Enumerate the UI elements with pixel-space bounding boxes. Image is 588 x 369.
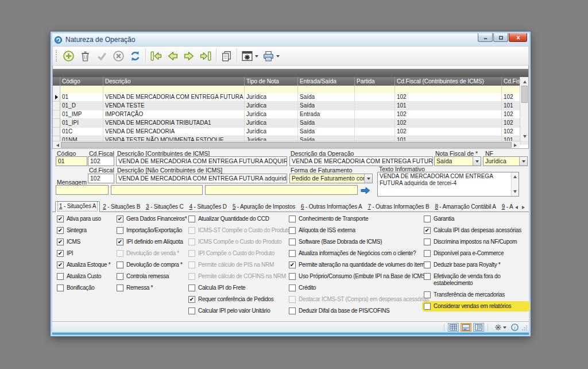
checkbox-destacar-icms-st-compra-em-despesas-acessorias[interactable]: Destacar ICMS-ST (Compra) em despesas ac… [289, 296, 423, 303]
tab-scroll-right-icon[interactable] [522, 206, 527, 209]
checkbox-uso-proprio-consumo-embute-ipi-na-base-de-icms[interactable]: Uso Próprio/Consumo (Embute IPI na Base … [289, 273, 423, 280]
table-row[interactable]: 01CVENDA DE MERCADORIAJurídicaSaída10210… [53, 128, 528, 136]
dropdown-arrow-icon[interactable] [473, 157, 481, 166]
cell-cd-fisc[interactable]: 102 [502, 110, 521, 119]
checkbox-discrimina-impostos-na-nf-cupom[interactable]: Discrimina impostos na NF/Cupom [424, 239, 528, 245]
checkbox-calcula-ipi-do-frete[interactable]: Calcula IPI do Frete [188, 285, 288, 291]
column-header-cd-fisc[interactable]: Cd.Fisc [502, 77, 521, 86]
cell-cd-fisc[interactable]: 102 [502, 119, 521, 128]
column-header-entrada-saida[interactable]: Entrada/Saída [298, 77, 355, 86]
cell-partida[interactable] [355, 128, 395, 136]
cell-codigo[interactable]: 01C [60, 128, 103, 136]
tab-7-outras-informacoes-b[interactable]: 7 - Outras Informações B [365, 202, 432, 212]
mensagem-field-3[interactable] [205, 185, 358, 195]
checkbox-calcula-ipi-das-despesas-acessorias[interactable]: ✔Calcula IPI das despesas acessórias [424, 227, 528, 234]
column-header-partida[interactable]: Partida [355, 77, 395, 86]
mensagem-field-2[interactable] [111, 185, 203, 195]
checkbox-ipi-compoe-o-custo-do-produto[interactable]: IPI Compõe o Custo do Produto [188, 250, 288, 257]
checkbox-conhecimento-de-transporte[interactable]: Conhecimento de Transporte [289, 216, 423, 222]
cell-cd-fiscal-contribuintes-de-icms[interactable]: 102 [395, 110, 502, 119]
tab-scroll-left-icon[interactable] [513, 206, 518, 209]
checkbox-aliquota-de-iss-externa[interactable]: Alíquota de ISS externa [289, 227, 423, 234]
vertical-scroll-thumb[interactable] [521, 86, 528, 103]
checkbox-requer-conferencia-de-pedidos[interactable]: ✔Requer conferência de Pedidos [188, 296, 288, 303]
cell-cd-fisc[interactable]: 102 [502, 93, 521, 102]
tab-5-apuracao-de-impostos[interactable]: 5 - Apuração de Impostos [230, 202, 298, 212]
record-view-button[interactable] [473, 323, 484, 332]
filter-cell-tipo-de-nota[interactable] [245, 86, 298, 93]
cell-partida[interactable] [355, 119, 395, 128]
tab-8-amarracao-contabil-a[interactable]: 8 - Amarração Contábil A [432, 202, 498, 212]
cell-tipo-de-nota[interactable]: Jurídica [245, 93, 298, 102]
resize-grip-icon[interactable] [521, 325, 528, 331]
cell-entrada-saida[interactable]: Saída [298, 93, 355, 102]
checkbox-credito[interactable]: Crédito [289, 285, 423, 291]
column-header-cd-fiscal-contribuintes-de-icms[interactable]: Cd.Fiscal (Contribuintes de ICMS) [395, 77, 502, 86]
info-button[interactable]: i [511, 324, 519, 331]
cell-codigo[interactable]: 01_D [60, 102, 103, 110]
cell-codigo[interactable]: 01_IMP [60, 110, 103, 119]
grid-vertical-scrollbar[interactable] [520, 77, 528, 141]
cell-partida[interactable] [355, 93, 395, 102]
checkbox-disponivel-para-e-commerce[interactable]: Disponível para e-Commerce [424, 250, 528, 257]
descricao-nao-contribuintes-field[interactable]: VENDA DE MERCADORIA COM ENTREGA FUTURA a… [116, 174, 287, 183]
checkbox-permite-alteracao-na-quantidade-de-volumes-do-item[interactable]: ✔Permite alteração na quantidade de volu… [289, 262, 423, 268]
column-header-descricao[interactable]: Descrição [103, 77, 245, 86]
dropdown-caret-icon[interactable] [276, 55, 280, 59]
refresh-button[interactable] [127, 48, 144, 64]
copy-button[interactable] [218, 48, 235, 64]
filter-cell-descricao[interactable] [103, 86, 245, 93]
cell-partida[interactable] [355, 102, 395, 110]
column-header-tipo-de-nota[interactable]: Tipo de Nota [245, 77, 298, 86]
filter-cell-partida[interactable] [355, 86, 395, 93]
checkbox-remessa[interactable]: Remessa * [117, 285, 188, 291]
cell-codigo[interactable]: 01 [60, 93, 103, 102]
close-button[interactable] [509, 33, 527, 42]
column-header-codigo[interactable]: Código [60, 77, 103, 86]
checkbox-atualizar-quantidade-do-ccd[interactable]: Atualizar Quantidade do CCD [188, 216, 288, 222]
cell-descricao[interactable]: IMPORTAÇÃO [103, 110, 245, 119]
cd-fiscal-field-1[interactable]: 102 [88, 156, 114, 166]
last-record-button[interactable] [198, 48, 214, 64]
cell-tipo-de-nota[interactable]: Jurídica [245, 119, 298, 128]
forward-arrow-icon[interactable] [361, 187, 370, 194]
texto-informativo-field[interactable]: VENDA DE MERCADORIA COM ENTREGA FUTURA a… [377, 172, 519, 197]
checkbox-transferencia-de-mercadorias[interactable]: Transferência de mercadorias [424, 291, 528, 298]
tab-4-situacoes-d[interactable]: 4 - Situações D [187, 202, 230, 212]
checkbox-permite-calculo-de-pis-na-nrm[interactable]: Permite cálculo de PIS na NRM [188, 262, 288, 268]
mensagem-field-1[interactable] [56, 185, 109, 195]
cell-cd-fiscal-contribuintes-de-icms[interactable]: 102 [395, 128, 502, 136]
checkbox-icms[interactable]: ✔ICMS [57, 239, 115, 245]
form-view-button[interactable] [461, 323, 471, 332]
cell-descricao[interactable]: VENDA DE MERCADORIA COM ENTREGA FUTURA A… [103, 93, 245, 102]
delete-button[interactable] [77, 48, 94, 64]
cell-descricao[interactable]: VENDA DE MERCADORIA TRIBUTADA1 [103, 119, 245, 128]
previous-record-button[interactable] [164, 48, 181, 64]
scroll-up-icon[interactable] [521, 78, 528, 84]
cell-cd-fisc[interactable]: 101 [502, 102, 521, 110]
confirm-button[interactable] [94, 48, 110, 64]
filter-cell-entrada-saida[interactable] [298, 86, 355, 93]
cell-entrada-saida[interactable]: Saída [298, 102, 355, 110]
cell-cd-fiscal-contribuintes-de-icms[interactable]: 101 [395, 102, 502, 110]
texto-scrollbar[interactable] [511, 172, 519, 196]
scroll-left-icon[interactable] [53, 142, 60, 148]
cell-tipo-de-nota[interactable]: Jurídica [245, 110, 298, 119]
cell-tipo-de-nota[interactable]: Jurídica [245, 128, 298, 136]
cell-tipo-de-nota[interactable]: Jurídica [245, 102, 298, 110]
table-row[interactable]: 01_IPIVENDA DE MERCADORIA TRIBUTADA1Jurí… [53, 119, 528, 128]
descricao-contribuintes-field[interactable]: VENDA DE MERCADORIA COM ENTREGA FUTURA A… [116, 156, 287, 166]
table-row[interactable]: 01_IMPIMPORTAÇÃOJurídicaEntrada102102 [53, 110, 528, 119]
cell-entrada-saida[interactable]: Saída [298, 128, 355, 136]
checkbox-permite-calculo-de-cofins-na-nrm[interactable]: Permite cálculo de COFINS na NRM [188, 273, 288, 280]
first-record-button[interactable] [148, 48, 164, 64]
dropdown-arrow-icon[interactable] [519, 157, 527, 166]
filter-cell-cd-fisc[interactable] [502, 86, 521, 93]
scroll-right-icon[interactable] [512, 142, 520, 148]
dropdown-caret-icon[interactable] [255, 55, 258, 59]
cancel-button[interactable] [110, 48, 127, 64]
checkbox-ipi-definido-em-aliquota[interactable]: ✔IPI definido em Alíquota [117, 239, 188, 245]
cell-cd-fiscal-contribuintes-de-icms[interactable]: 102 [395, 93, 502, 102]
checkbox-ativa-para-uso[interactable]: ✔Ativa para uso [57, 216, 115, 222]
checkbox-considerar-vendas-em-relatorios[interactable]: Considerar vendas em relatórios [424, 303, 528, 310]
